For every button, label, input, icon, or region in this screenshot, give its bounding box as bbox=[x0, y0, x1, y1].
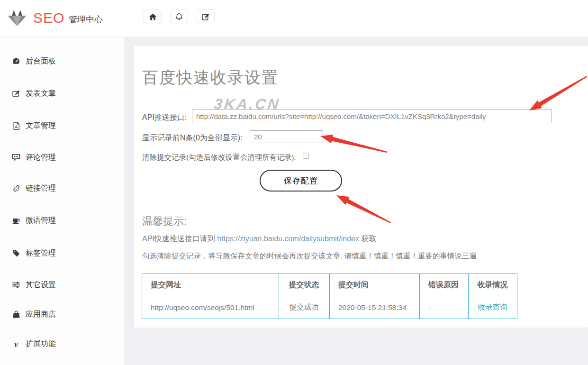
brand-logo[interactable]: SEO 管理中心 bbox=[7, 8, 103, 28]
coffee-icon bbox=[11, 217, 21, 224]
baidu-submit-link[interactable]: https://ziyuan.baidu.com/dailysubmit/ind… bbox=[217, 235, 359, 243]
sidebar-item-tags[interactable]: 标签管理 bbox=[0, 245, 124, 261]
edit-icon bbox=[202, 13, 210, 20]
table-cell: 2020-05-15 21:58:34 bbox=[330, 296, 420, 319]
vine-icon: v bbox=[11, 339, 21, 348]
comment-icon bbox=[11, 154, 21, 161]
sidebar-item-articles[interactable]: A 文章管理 bbox=[0, 118, 124, 134]
page-title: 百度快速收录设置 bbox=[142, 67, 279, 89]
column-header: 提交状态 bbox=[279, 274, 330, 296]
record-limit-label: 显示记录前N条(0为全部显示): bbox=[142, 133, 243, 143]
save-config-button[interactable]: 保存配置 bbox=[260, 170, 342, 192]
dashboard-icon bbox=[11, 57, 21, 65]
tanuki-logo-icon bbox=[7, 8, 27, 28]
sidebar-item-label: 扩展功能 bbox=[26, 339, 56, 349]
column-header: 提交网址 bbox=[142, 274, 279, 296]
notifications-button[interactable] bbox=[170, 9, 188, 24]
sidebar-item-post[interactable]: 发表文章 bbox=[0, 85, 124, 101]
column-header: 提交时间 bbox=[330, 274, 420, 296]
document-icon: A bbox=[11, 122, 21, 130]
sidebar-item-label: 发表文章 bbox=[26, 89, 56, 99]
table-cell: http://uqseo.com/seojs/501.html bbox=[142, 296, 279, 319]
shopping-bag-icon bbox=[11, 310, 21, 319]
index-status-cell: 收录查询 bbox=[469, 296, 517, 319]
top-header: SEO 管理中心 bbox=[0, 0, 588, 37]
clear-records-label: 清除提交记录(勾选后修改设置会清理所有记录): bbox=[142, 153, 296, 163]
tips-line-2: 勾选清除提交记录，将导致保存文章的时候会再次提交该文章. 请慎重！慎重！慎重！重… bbox=[142, 251, 477, 261]
api-endpoint-label: API推送接口: bbox=[142, 113, 187, 123]
tips-line1-suffix: 获取 bbox=[359, 235, 376, 243]
sidebar-item-label: 标签管理 bbox=[26, 248, 56, 258]
sidebar-item-label: 应用商店 bbox=[26, 310, 56, 319]
bell-icon bbox=[175, 13, 183, 21]
compose-button[interactable] bbox=[197, 9, 215, 24]
app-root: SEO 管理中心 bbox=[0, 0, 588, 365]
brand-name: SEO bbox=[33, 10, 64, 26]
sidebar-item-label: 评论管理 bbox=[26, 153, 56, 163]
tips-heading: 温馨提示: bbox=[142, 214, 187, 228]
submission-table: 提交网址提交状态提交时间错误原因收录情况http://uqseo.com/seo… bbox=[142, 274, 517, 319]
tips-line-1: API快速推送接口请到 https://ziyuan.baidu.com/dai… bbox=[142, 234, 376, 244]
column-header: 收录情况 bbox=[469, 274, 517, 296]
sliders-icon bbox=[11, 281, 21, 289]
sidebar-item-label: 其它设置 bbox=[26, 280, 56, 290]
sidebar-item-appstore[interactable]: 应用商店 bbox=[0, 306, 124, 322]
clear-records-checkbox[interactable] bbox=[303, 153, 309, 159]
sidebar-item-micro[interactable]: 微语管理 bbox=[0, 212, 124, 228]
sidebar-item-settings[interactable]: 其它设置 bbox=[0, 277, 124, 293]
svg-text:A: A bbox=[15, 125, 18, 129]
record-limit-input[interactable] bbox=[250, 130, 323, 143]
link-icon bbox=[11, 184, 21, 192]
index-check-link[interactable]: 收录查询 bbox=[478, 303, 507, 311]
sidebar-item-label: 后台面板 bbox=[26, 56, 56, 66]
brand-suffix: 管理中心 bbox=[69, 14, 103, 25]
sidebar-item-label: 微语管理 bbox=[26, 216, 56, 226]
sidebar-item-dashboard[interactable]: 后台面板 bbox=[0, 53, 124, 69]
sidebar-item-label: 文章管理 bbox=[26, 121, 56, 131]
sidebar-item-label: 链接管理 bbox=[26, 183, 56, 193]
column-header: 错误原因 bbox=[420, 274, 469, 296]
home-button[interactable] bbox=[144, 9, 162, 24]
home-icon bbox=[149, 13, 157, 20]
tips-line1-prefix: API快速推送接口请到 bbox=[142, 235, 217, 243]
sidebar: 后台面板 发表文章 A 文章管理 bbox=[0, 37, 124, 365]
table-cell: - bbox=[420, 296, 469, 319]
sidebar-item-comments[interactable]: 评论管理 bbox=[0, 149, 124, 165]
table-cell: 提交成功 bbox=[279, 296, 330, 319]
tag-icon bbox=[11, 249, 21, 257]
compose-icon bbox=[11, 90, 21, 97]
sidebar-item-extensions[interactable]: v 扩展功能 bbox=[0, 336, 124, 352]
table-row: http://uqseo.com/seojs/501.html提交成功2020-… bbox=[142, 296, 517, 319]
sidebar-item-links[interactable]: 链接管理 bbox=[0, 180, 124, 196]
api-endpoint-input[interactable] bbox=[192, 110, 552, 123]
